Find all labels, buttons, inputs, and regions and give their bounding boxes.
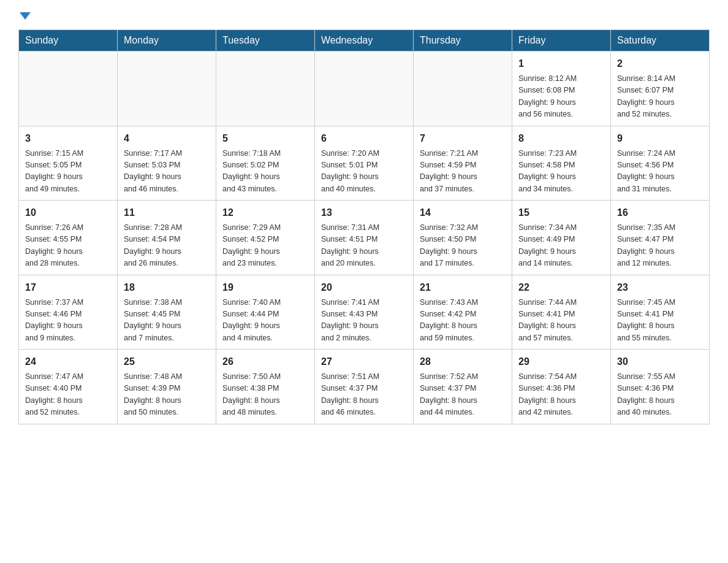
day-info: Sunrise: 7:48 AM Sunset: 4:39 PM Dayligh…	[124, 371, 210, 419]
calendar-cell: 28Sunrise: 7:52 AM Sunset: 4:37 PM Dayli…	[414, 350, 512, 424]
day-number: 11	[124, 205, 210, 220]
calendar-week-row: 3Sunrise: 7:15 AM Sunset: 5:05 PM Daylig…	[19, 126, 710, 201]
day-number: 14	[420, 205, 506, 220]
day-number: 8	[518, 131, 604, 146]
weekday-header-tuesday: Tuesday	[216, 30, 315, 52]
day-number: 30	[617, 354, 703, 369]
day-number: 3	[25, 131, 111, 146]
logo-arrow-icon	[20, 12, 31, 20]
calendar-cell: 27Sunrise: 7:51 AM Sunset: 4:37 PM Dayli…	[315, 350, 414, 424]
calendar-cell	[118, 52, 216, 126]
day-info: Sunrise: 7:50 AM Sunset: 4:38 PM Dayligh…	[222, 371, 308, 419]
page-header	[18, 12, 710, 20]
day-info: Sunrise: 7:24 AM Sunset: 4:56 PM Dayligh…	[617, 148, 703, 196]
calendar-cell: 18Sunrise: 7:38 AM Sunset: 4:45 PM Dayli…	[118, 275, 216, 350]
calendar-cell: 19Sunrise: 7:40 AM Sunset: 4:44 PM Dayli…	[216, 275, 315, 350]
day-number: 18	[124, 280, 210, 295]
calendar-cell: 16Sunrise: 7:35 AM Sunset: 4:47 PM Dayli…	[611, 201, 710, 275]
day-info: Sunrise: 7:45 AM Sunset: 4:41 PM Dayligh…	[617, 297, 703, 345]
calendar-week-row: 24Sunrise: 7:47 AM Sunset: 4:40 PM Dayli…	[19, 350, 710, 424]
day-info: Sunrise: 7:41 AM Sunset: 4:43 PM Dayligh…	[321, 297, 407, 345]
day-info: Sunrise: 7:26 AM Sunset: 4:55 PM Dayligh…	[25, 222, 111, 270]
day-info: Sunrise: 7:18 AM Sunset: 5:02 PM Dayligh…	[222, 148, 308, 196]
day-info: Sunrise: 7:47 AM Sunset: 4:40 PM Dayligh…	[25, 371, 111, 419]
calendar-cell: 6Sunrise: 7:20 AM Sunset: 5:01 PM Daylig…	[315, 126, 414, 201]
day-info: Sunrise: 7:29 AM Sunset: 4:52 PM Dayligh…	[222, 222, 308, 270]
day-number: 17	[25, 280, 111, 295]
weekday-header-monday: Monday	[118, 30, 216, 52]
day-info: Sunrise: 7:38 AM Sunset: 4:45 PM Dayligh…	[124, 297, 210, 345]
day-info: Sunrise: 8:12 AM Sunset: 6:08 PM Dayligh…	[518, 73, 604, 121]
day-number: 13	[321, 205, 407, 220]
day-info: Sunrise: 7:40 AM Sunset: 4:44 PM Dayligh…	[222, 297, 308, 345]
calendar-cell: 8Sunrise: 7:23 AM Sunset: 4:58 PM Daylig…	[512, 126, 611, 201]
calendar-cell: 17Sunrise: 7:37 AM Sunset: 4:46 PM Dayli…	[19, 275, 118, 350]
calendar-cell: 4Sunrise: 7:17 AM Sunset: 5:03 PM Daylig…	[118, 126, 216, 201]
weekday-header-sunday: Sunday	[19, 30, 118, 52]
calendar-week-row: 17Sunrise: 7:37 AM Sunset: 4:46 PM Dayli…	[19, 275, 710, 350]
day-info: Sunrise: 7:51 AM Sunset: 4:37 PM Dayligh…	[321, 371, 407, 419]
day-number: 4	[124, 131, 210, 146]
calendar-cell: 9Sunrise: 7:24 AM Sunset: 4:56 PM Daylig…	[611, 126, 710, 201]
day-info: Sunrise: 8:14 AM Sunset: 6:07 PM Dayligh…	[617, 73, 703, 121]
calendar-cell: 10Sunrise: 7:26 AM Sunset: 4:55 PM Dayli…	[19, 201, 118, 275]
day-number: 10	[25, 205, 111, 220]
calendar-cell: 14Sunrise: 7:32 AM Sunset: 4:50 PM Dayli…	[414, 201, 512, 275]
day-info: Sunrise: 7:21 AM Sunset: 4:59 PM Dayligh…	[420, 148, 506, 196]
day-info: Sunrise: 7:17 AM Sunset: 5:03 PM Dayligh…	[124, 148, 210, 196]
day-info: Sunrise: 7:52 AM Sunset: 4:37 PM Dayligh…	[420, 371, 506, 419]
logo	[18, 12, 31, 20]
day-number: 23	[617, 280, 703, 295]
calendar-cell: 11Sunrise: 7:28 AM Sunset: 4:54 PM Dayli…	[118, 201, 216, 275]
day-info: Sunrise: 7:28 AM Sunset: 4:54 PM Dayligh…	[124, 222, 210, 270]
calendar-week-row: 10Sunrise: 7:26 AM Sunset: 4:55 PM Dayli…	[19, 201, 710, 275]
day-number: 21	[420, 280, 506, 295]
calendar-cell: 25Sunrise: 7:48 AM Sunset: 4:39 PM Dayli…	[118, 350, 216, 424]
calendar-cell: 22Sunrise: 7:44 AM Sunset: 4:41 PM Dayli…	[512, 275, 611, 350]
day-number: 15	[518, 205, 604, 220]
day-info: Sunrise: 7:37 AM Sunset: 4:46 PM Dayligh…	[25, 297, 111, 345]
day-number: 28	[420, 354, 506, 369]
day-info: Sunrise: 7:43 AM Sunset: 4:42 PM Dayligh…	[420, 297, 506, 345]
day-number: 16	[617, 205, 703, 220]
day-number: 20	[321, 280, 407, 295]
day-number: 29	[518, 354, 604, 369]
calendar-cell: 26Sunrise: 7:50 AM Sunset: 4:38 PM Dayli…	[216, 350, 315, 424]
calendar-cell: 15Sunrise: 7:34 AM Sunset: 4:49 PM Dayli…	[512, 201, 611, 275]
calendar-cell: 5Sunrise: 7:18 AM Sunset: 5:02 PM Daylig…	[216, 126, 315, 201]
day-number: 7	[420, 131, 506, 146]
calendar-cell	[315, 52, 414, 126]
calendar-table: SundayMondayTuesdayWednesdayThursdayFrid…	[18, 29, 710, 424]
calendar-cell: 1Sunrise: 8:12 AM Sunset: 6:08 PM Daylig…	[512, 52, 611, 126]
weekday-header-thursday: Thursday	[414, 30, 512, 52]
calendar-cell	[414, 52, 512, 126]
weekday-header-wednesday: Wednesday	[315, 30, 414, 52]
day-info: Sunrise: 7:44 AM Sunset: 4:41 PM Dayligh…	[518, 297, 604, 345]
day-number: 2	[617, 56, 703, 71]
calendar-cell: 29Sunrise: 7:54 AM Sunset: 4:36 PM Dayli…	[512, 350, 611, 424]
day-info: Sunrise: 7:55 AM Sunset: 4:36 PM Dayligh…	[617, 371, 703, 419]
calendar-cell: 23Sunrise: 7:45 AM Sunset: 4:41 PM Dayli…	[611, 275, 710, 350]
day-info: Sunrise: 7:15 AM Sunset: 5:05 PM Dayligh…	[25, 148, 111, 196]
calendar-cell: 13Sunrise: 7:31 AM Sunset: 4:51 PM Dayli…	[315, 201, 414, 275]
day-number: 22	[518, 280, 604, 295]
calendar-cell: 20Sunrise: 7:41 AM Sunset: 4:43 PM Dayli…	[315, 275, 414, 350]
day-info: Sunrise: 7:54 AM Sunset: 4:36 PM Dayligh…	[518, 371, 604, 419]
calendar-cell: 30Sunrise: 7:55 AM Sunset: 4:36 PM Dayli…	[611, 350, 710, 424]
day-info: Sunrise: 7:32 AM Sunset: 4:50 PM Dayligh…	[420, 222, 506, 270]
calendar-cell: 12Sunrise: 7:29 AM Sunset: 4:52 PM Dayli…	[216, 201, 315, 275]
day-info: Sunrise: 7:23 AM Sunset: 4:58 PM Dayligh…	[518, 148, 604, 196]
weekday-header-friday: Friday	[512, 30, 611, 52]
day-number: 25	[124, 354, 210, 369]
calendar-cell: 7Sunrise: 7:21 AM Sunset: 4:59 PM Daylig…	[414, 126, 512, 201]
calendar-cell: 24Sunrise: 7:47 AM Sunset: 4:40 PM Dayli…	[19, 350, 118, 424]
calendar-cell: 21Sunrise: 7:43 AM Sunset: 4:42 PM Dayli…	[414, 275, 512, 350]
calendar-cell: 2Sunrise: 8:14 AM Sunset: 6:07 PM Daylig…	[611, 52, 710, 126]
day-info: Sunrise: 7:34 AM Sunset: 4:49 PM Dayligh…	[518, 222, 604, 270]
weekday-header-saturday: Saturday	[611, 30, 710, 52]
calendar-header-row: SundayMondayTuesdayWednesdayThursdayFrid…	[19, 30, 710, 52]
day-number: 9	[617, 131, 703, 146]
day-number: 6	[321, 131, 407, 146]
day-number: 12	[222, 205, 308, 220]
calendar-cell	[19, 52, 118, 126]
